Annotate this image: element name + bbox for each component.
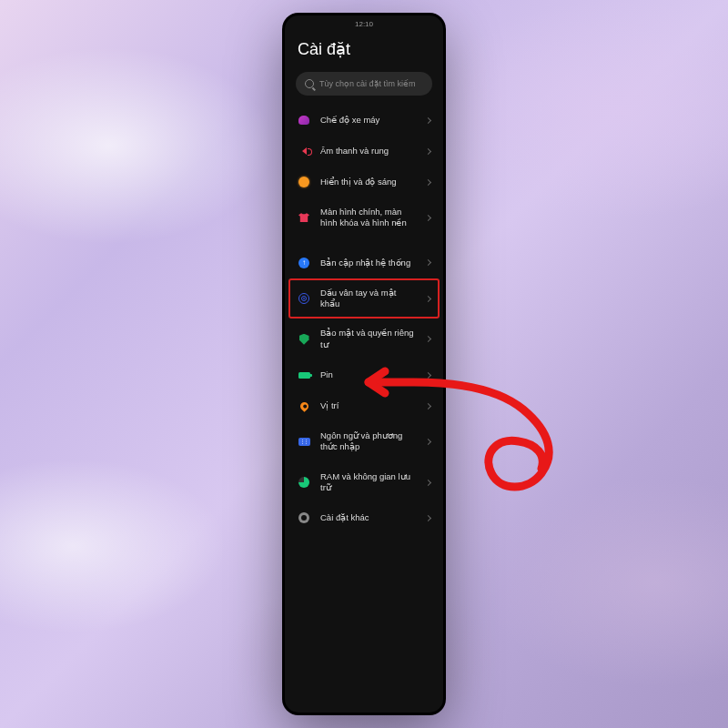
setting-item[interactable]: Bản cập nhật hệ thống <box>288 248 440 278</box>
setting-label: Âm thanh và rung <box>320 146 416 157</box>
update-icon <box>298 257 310 269</box>
location-icon <box>298 399 310 412</box>
phone-frame: 12:10 Cài đặt Tùy chọn cài đặt tìm kiếm … <box>282 13 446 715</box>
setting-label: Vị trí <box>320 400 416 411</box>
setting-item[interactable]: Cài đặt khác <box>288 502 440 533</box>
brightness-icon <box>298 176 310 188</box>
sound-icon <box>298 145 310 157</box>
helmet-icon <box>298 114 310 126</box>
fingerprint-icon <box>298 292 310 305</box>
setting-label: Dấu vân tay và mật khẩu <box>320 288 416 310</box>
chevron-right-icon <box>425 116 431 123</box>
chevron-right-icon <box>425 439 431 445</box>
setting-item[interactable]: Bảo mật và quyền riêng tư <box>288 318 440 359</box>
page-title: Cài đặt <box>285 32 443 72</box>
setting-item[interactable]: Ngôn ngữ và phương thức nhập <box>288 421 440 462</box>
chevron-right-icon <box>425 480 431 486</box>
screen: 12:10 Cài đặt Tùy chọn cài đặt tìm kiếm … <box>285 15 443 713</box>
settings-list[interactable]: Chế độ xe máyÂm thanh và rungHiển thị và… <box>285 105 443 713</box>
setting-item[interactable]: Vị trí <box>288 390 440 421</box>
setting-label: Cài đặt khác <box>320 512 416 523</box>
setting-item[interactable]: Chế độ xe máy <box>288 105 440 136</box>
setting-item[interactable]: Màn hình chính, màn hình khóa và hình nề… <box>288 197 440 238</box>
setting-label: Bảo mật và quyền riêng tư <box>320 328 416 350</box>
chevron-right-icon <box>425 178 431 185</box>
wallpaper-icon <box>298 211 310 224</box>
chevron-right-icon <box>425 403 431 410</box>
setting-label: Bản cập nhật hệ thống <box>320 258 416 268</box>
search-placeholder: Tùy chọn cài đặt tìm kiếm <box>319 79 416 88</box>
chevron-right-icon <box>425 147 431 154</box>
keyboard-icon <box>298 435 310 448</box>
chevron-right-icon <box>425 215 431 221</box>
chevron-right-icon <box>425 515 431 521</box>
setting-label: Hiển thị và độ sáng <box>320 177 416 187</box>
setting-label: Ngôn ngữ và phương thức nhập <box>320 430 416 453</box>
setting-item[interactable]: Hiển thị và độ sáng <box>288 167 440 197</box>
setting-item[interactable]: RAM và không gian lưu trữ <box>288 462 440 503</box>
setting-label: Màn hình chính, màn hình khóa và hình nề… <box>320 207 416 229</box>
chevron-right-icon <box>425 295 431 301</box>
status-bar: 12:10 <box>285 15 443 32</box>
status-time: 12:10 <box>355 20 373 28</box>
chevron-right-icon <box>425 336 431 342</box>
setting-label: RAM và không gian lưu trữ <box>320 471 416 494</box>
shield-icon <box>298 333 310 346</box>
setting-label: Chế độ xe máy <box>320 115 416 126</box>
search-input[interactable]: Tùy chọn cài đặt tìm kiếm <box>296 72 432 96</box>
gear-icon <box>298 511 310 524</box>
section-divider <box>288 238 440 248</box>
setting-label: Pin <box>320 369 416 380</box>
storage-icon <box>298 476 310 489</box>
setting-item[interactable]: Âm thanh và rung <box>288 136 440 167</box>
search-icon <box>305 79 314 88</box>
chevron-right-icon <box>425 372 431 379</box>
battery-icon <box>298 369 310 381</box>
setting-item[interactable]: Pin <box>288 359 440 390</box>
chevron-right-icon <box>425 259 431 266</box>
setting-item[interactable]: Dấu vân tay và mật khẩu <box>288 278 440 319</box>
